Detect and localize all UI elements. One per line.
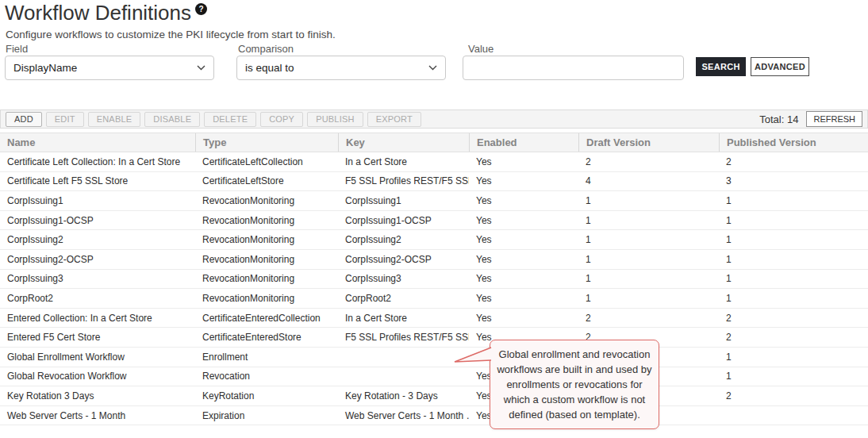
chevron-down-icon [197, 65, 205, 71]
table-cell: CertificateEnteredCollection [195, 309, 338, 328]
value-input[interactable] [463, 56, 684, 80]
column-header-enabled[interactable]: Enabled [469, 133, 578, 152]
table-cell: 1 [578, 230, 719, 249]
table-cell: 1 [578, 211, 719, 230]
table-cell: 2 [719, 386, 868, 405]
table-cell: Yes [469, 152, 578, 171]
table-cell: Key Rotation - 3 Days [338, 386, 469, 405]
table-cell: Enrollment [195, 348, 338, 367]
table-cell: 2 [578, 309, 719, 328]
table-cell: CertificateLeftStore [195, 172, 338, 191]
table-cell: 1 [719, 191, 868, 210]
workflow-grid: ADDEDITENABLEDISABLEDELETECOPYPUBLISHEXP… [0, 110, 868, 425]
table-cell: RevocationMonitoring [195, 270, 338, 289]
page-subtitle: Configure workflows to customize the PKI… [6, 29, 336, 40]
table-cell: 4 [578, 172, 719, 191]
table-row[interactable]: CorpIssuing1RevocationMonitoringCorpIssu… [0, 191, 868, 211]
table-row[interactable]: CorpIssuing1-OCSPRevocationMonitoringCor… [0, 211, 868, 231]
table-cell: F5 SSL Profiles REST/F5 SSL [338, 172, 469, 191]
callout-text: Global enrollment and revocation workflo… [497, 348, 651, 421]
table-row[interactable]: Web Server Certs - 1 MonthExpirationWeb … [0, 406, 868, 426]
comparison-select[interactable]: is equal to [236, 56, 446, 80]
table-cell: 1 [578, 270, 719, 289]
table-cell: RevocationMonitoring [195, 289, 338, 308]
table-cell: Yes [469, 211, 578, 230]
table-cell: Certificate Left F5 SSL Store [0, 172, 195, 191]
table-cell: 2 [719, 309, 868, 328]
table-cell: CorpIssuing1-OCSP [338, 211, 469, 230]
table-cell: CorpIssuing3 [338, 270, 469, 289]
page-header: Workflow Definitions? [5, 1, 207, 25]
table-cell: Expiration [195, 406, 338, 425]
field-select[interactable]: DisplayName [5, 56, 214, 80]
advanced-button[interactable]: ADVANCED [751, 57, 809, 76]
table-cell: 1 [719, 250, 868, 269]
table-row[interactable]: Certificate Left Collection: In a Cert S… [0, 152, 868, 172]
table-cell: Certificate Left Collection: In a Cert S… [0, 152, 195, 171]
table-row[interactable]: CorpRoot2RevocationMonitoringCorpRoot2Ye… [0, 289, 868, 309]
table-cell: 1 [719, 211, 868, 230]
table-header: NameTypeKeyEnabledDraft VersionPublished… [0, 133, 868, 152]
enable-button[interactable]: ENABLE [88, 112, 141, 127]
table-cell: Revocation [195, 367, 338, 386]
table-cell: 1 [719, 289, 868, 308]
column-header-key[interactable]: Key [338, 133, 469, 152]
table-cell [719, 406, 868, 425]
value-label: Value [468, 43, 494, 55]
column-header-type[interactable]: Type [195, 133, 338, 152]
table-row[interactable]: Global Revocation WorkflowRevocationYes1 [0, 367, 868, 387]
table-row[interactable]: Key Rotation 3 DaysKeyRotationKey Rotati… [0, 386, 868, 406]
field-label: Field [6, 43, 28, 55]
table-cell: CorpIssuing1-OCSP [0, 211, 195, 230]
export-button[interactable]: EXPORT [367, 112, 421, 127]
column-header-name[interactable]: Name [0, 133, 195, 152]
publish-button[interactable]: PUBLISH [307, 112, 363, 127]
table-cell: 1 [719, 230, 868, 249]
table-cell: 1 [719, 348, 868, 367]
table-row[interactable]: Global Enrollment WorkflowEnrollmentYes1 [0, 348, 868, 367]
table-cell: Key Rotation 3 Days [0, 386, 195, 405]
table-cell: Yes [469, 172, 578, 191]
table-body: Certificate Left Collection: In a Cert S… [0, 152, 868, 425]
help-icon[interactable]: ? [195, 3, 207, 15]
table-cell: RevocationMonitoring [195, 250, 338, 269]
table-cell: 1 [578, 289, 719, 308]
copy-button[interactable]: COPY [260, 112, 303, 127]
table-cell: RevocationMonitoring [195, 211, 338, 230]
search-button[interactable]: SEARCH [696, 57, 746, 76]
refresh-button[interactable]: REFRESH [806, 111, 862, 127]
toolbar-right: Total: 14 REFRESH [759, 111, 862, 127]
table-row[interactable]: Entered F5 Cert StoreCertificateEnteredS… [0, 328, 868, 348]
chevron-down-icon [428, 65, 437, 71]
delete-button[interactable]: DELETE [204, 112, 256, 127]
table-cell: Yes [469, 250, 578, 269]
table-cell: Yes [469, 191, 578, 210]
table-cell: 1 [578, 250, 719, 269]
table-row[interactable]: CorpIssuing2RevocationMonitoringCorpIssu… [0, 230, 868, 250]
table-row[interactable]: Entered Collection: In a Cert StoreCerti… [0, 309, 868, 328]
table-row[interactable]: CorpIssuing2-OCSPRevocationMonitoringCor… [0, 250, 868, 270]
toolbar-buttons: ADDEDITENABLEDISABLEDELETECOPYPUBLISHEXP… [6, 112, 421, 127]
disable-button[interactable]: DISABLE [144, 112, 200, 127]
table-cell: CorpIssuing3 [0, 270, 195, 289]
results-toolbar: ADDEDITENABLEDISABLEDELETECOPYPUBLISHEXP… [0, 110, 868, 129]
table-cell: Yes [469, 230, 578, 249]
callout-tail-icon [454, 345, 492, 367]
table-cell: CorpIssuing2 [338, 230, 469, 249]
builtin-workflows-callout: Global enrollment and revocation workflo… [490, 340, 659, 429]
table-cell: Yes [469, 289, 578, 308]
table-cell [338, 367, 469, 386]
add-button[interactable]: ADD [6, 112, 42, 127]
edit-button[interactable]: EDIT [46, 112, 84, 127]
table-cell: Yes [469, 309, 578, 328]
table-row[interactable]: CorpIssuing3RevocationMonitoringCorpIssu… [0, 270, 868, 290]
table-cell: CertificateEnteredStore [195, 328, 338, 347]
table-cell: RevocationMonitoring [195, 230, 338, 249]
table-cell: Web Server Certs - 1 Month … [338, 406, 469, 425]
table-cell: KeyRotation [195, 386, 338, 405]
column-header-draft-version[interactable]: Draft Version [578, 133, 719, 152]
table-row[interactable]: Certificate Left F5 SSL StoreCertificate… [0, 172, 868, 192]
table-cell: 1 [719, 367, 868, 386]
column-header-published-version[interactable]: Published Version [719, 133, 868, 152]
table-cell: Entered Collection: In a Cert Store [0, 309, 195, 328]
